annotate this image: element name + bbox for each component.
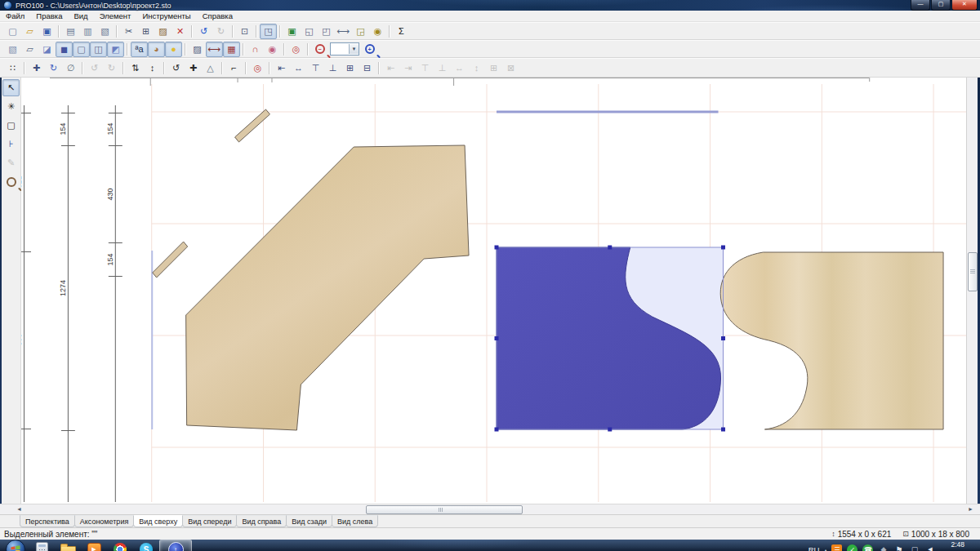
center-view-icon[interactable]: ◎ — [287, 42, 305, 57]
tray-expand-icon[interactable]: ▴ — [824, 547, 826, 551]
snap-points-tool[interactable]: ✳ — [2, 98, 20, 115]
target-icon[interactable]: ◎ — [249, 60, 266, 76]
snap-grid-icon[interactable]: ∷ — [4, 60, 21, 76]
dimensions-icon[interactable]: ⟷ — [206, 42, 223, 57]
scroll-right-icon[interactable]: ► — [968, 505, 973, 513]
hatch-icon[interactable]: ▨ — [189, 42, 206, 57]
rotate-90-icon[interactable]: ↺ — [167, 60, 185, 76]
tab-front-view[interactable]: Вид спереди — [182, 515, 237, 527]
shape-tool[interactable]: ▢ — [2, 117, 20, 134]
redo-icon[interactable]: ↻ — [212, 24, 229, 39]
edges-icon[interactable]: ◫ — [90, 42, 107, 57]
select-tool[interactable]: ↖ — [2, 79, 20, 96]
tray-gray-app-icon[interactable]: ◆ — [878, 544, 889, 551]
new-icon[interactable]: ▢ — [4, 24, 21, 39]
summary-icon[interactable]: Σ — [393, 24, 410, 39]
cutting-list-icon[interactable]: ◱ — [301, 24, 318, 39]
offset-icon[interactable]: ∅ — [62, 60, 79, 76]
taskbar-skype-button[interactable]: S — [133, 540, 159, 551]
scroll-left-icon[interactable]: ◄ — [16, 505, 22, 513]
paste-icon[interactable]: ▨ — [154, 24, 172, 39]
align-left-icon[interactable]: ⇤ — [273, 60, 290, 76]
page-setup-icon[interactable]: ▤ — [62, 24, 79, 39]
zoom-out-icon[interactable]: − — [311, 42, 328, 57]
minimize-button[interactable]: — — [911, 0, 930, 11]
print-preview-icon[interactable]: ▧ — [96, 24, 114, 39]
chevron-down-icon[interactable]: ▼ — [349, 44, 359, 54]
sketch-view-icon[interactable]: ▱ — [21, 42, 38, 57]
grid-icon[interactable]: ▦ — [223, 42, 240, 57]
taskbar-clock[interactable]: 2:48 27.08.2013 — [940, 540, 978, 551]
copy-icon[interactable]: ⊞ — [137, 24, 154, 39]
rotate-icon[interactable]: ↻ — [45, 60, 62, 76]
properties-icon[interactable]: ⊡ — [236, 24, 253, 39]
labels-icon[interactable]: ªa — [131, 42, 148, 57]
vertical-scrollbar-thumb[interactable] — [968, 252, 978, 291]
contours-icon[interactable]: ▢ — [73, 42, 90, 57]
shadows-icon[interactable]: ◩ — [107, 42, 124, 57]
tray-phone-icon[interactable]: ☎ — [862, 544, 873, 551]
tray-antivirus-icon[interactable]: ✓ — [847, 544, 858, 551]
ungroup-icon[interactable]: ⊟ — [359, 60, 376, 76]
dimension-tool[interactable]: ⊦ — [2, 136, 20, 153]
zoom-in-icon[interactable]: + — [361, 42, 378, 57]
align-center-icon[interactable]: ↔ — [290, 60, 307, 76]
color-view-icon[interactable]: ◪ — [38, 42, 56, 57]
network-icon[interactable]: ▢ — [909, 544, 920, 551]
align-bottom-icon[interactable]: ⊥ — [324, 60, 341, 76]
taskbar-chrome-button[interactable] — [107, 540, 133, 551]
action-center-icon[interactable]: ⚑ ✕ — [893, 544, 904, 551]
print-icon[interactable]: ▥ — [79, 24, 96, 39]
start-button[interactable] — [2, 540, 29, 551]
structure-report-icon[interactable]: ▣ — [283, 24, 301, 39]
dimensions-report-icon[interactable]: ⟷ — [335, 24, 352, 39]
flip-horizontal-icon[interactable]: ↕ — [144, 60, 161, 76]
drawing-canvas[interactable]: 621 800 154 1274 154 430 154 — [21, 78, 966, 504]
mirror-icon[interactable]: △ — [202, 60, 219, 76]
menu-element[interactable]: Элемент — [94, 11, 137, 20]
undo-icon[interactable]: ↺ — [195, 24, 212, 39]
tab-back-view[interactable]: Вид сзади — [286, 515, 332, 527]
taskbar-explorer-button[interactable] — [55, 540, 81, 551]
horizontal-scrollbar[interactable]: ◄ ► — [0, 504, 980, 514]
menu-view[interactable]: Вид — [68, 11, 93, 20]
textured-view-icon[interactable]: ◼ — [56, 42, 73, 57]
snap-center-icon[interactable]: ◉ — [264, 42, 281, 57]
report-dialog-icon[interactable]: ◳ — [260, 24, 277, 39]
menu-tools[interactable]: Инструменты — [136, 11, 196, 20]
wireframe-view-icon[interactable]: ▧ — [4, 42, 21, 57]
zoom-combobox[interactable]: ▼ — [330, 42, 359, 56]
snap-magnet-icon[interactable]: ∩ — [247, 42, 264, 57]
accessories-report-icon[interactable]: ◲ — [352, 24, 369, 39]
tab-axonometry[interactable]: Аксонометрия — [74, 515, 135, 527]
flip-vertical-icon[interactable]: ⇅ — [127, 60, 144, 76]
price-report-icon[interactable]: ◉ — [369, 24, 386, 39]
materials-list-icon[interactable]: ◰ — [318, 24, 335, 39]
anchor-icon[interactable]: ✚ — [28, 60, 45, 76]
corner-icon[interactable]: ⌐ — [225, 60, 243, 76]
tray-orange-app-icon[interactable]: ☰ — [831, 544, 842, 551]
light-icon[interactable]: ● — [165, 42, 182, 57]
tab-right-view[interactable]: Вид справа — [236, 515, 287, 527]
materials-icon[interactable]: ◕ — [148, 42, 165, 57]
vertical-scrollbar[interactable] — [966, 78, 978, 504]
maximize-button[interactable]: ▢ — [931, 0, 951, 11]
language-indicator[interactable]: RU — [808, 545, 820, 551]
align-top-icon[interactable]: ⊤ — [307, 60, 324, 76]
group-icon[interactable]: ⊞ — [341, 60, 359, 76]
move-icon[interactable]: ✚ — [185, 60, 202, 76]
close-button[interactable]: ✕ — [951, 0, 978, 11]
menu-file[interactable]: Файл — [0, 11, 30, 20]
taskbar-calculator-button[interactable] — [29, 540, 55, 551]
taskbar-pro100-button[interactable]: ↑ — [159, 540, 192, 551]
tab-left-view[interactable]: Вид слева — [332, 515, 378, 527]
tab-perspective[interactable]: Перспектива — [20, 515, 75, 527]
menu-edit[interactable]: Правка — [30, 11, 68, 20]
delete-icon[interactable]: ✕ — [172, 24, 189, 39]
menu-help[interactable]: Справка — [197, 11, 238, 20]
volume-icon[interactable]: ◀ — [924, 544, 935, 551]
save-icon[interactable]: ▣ — [38, 24, 56, 39]
taskbar-media-button[interactable]: ▶ — [81, 540, 107, 551]
open-icon[interactable]: ▱ — [21, 24, 38, 39]
cut-icon[interactable]: ✂ — [120, 24, 137, 39]
